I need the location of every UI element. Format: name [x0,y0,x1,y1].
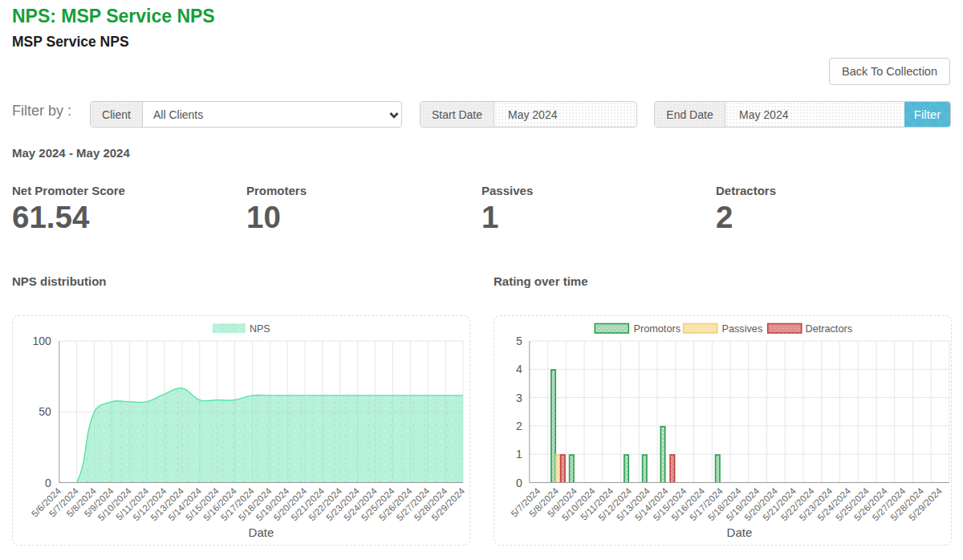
svg-text:Promotors: Promotors [633,323,681,335]
svg-text:3: 3 [516,392,522,404]
svg-text:100: 100 [32,335,51,347]
svg-text:NPS: NPS [250,323,270,335]
svg-text:50: 50 [39,405,51,418]
svg-text:0: 0 [516,477,522,489]
svg-text:5: 5 [516,335,522,347]
svg-text:0: 0 [45,477,51,489]
svg-text:1: 1 [516,448,522,461]
svg-text:Date: Date [726,526,752,539]
svg-text:Date: Date [248,526,274,539]
svg-text:4: 4 [516,363,522,375]
svg-text:Detractors: Detractors [805,323,852,335]
svg-text:Passives: Passives [721,323,762,335]
svg-text:2: 2 [516,420,522,432]
